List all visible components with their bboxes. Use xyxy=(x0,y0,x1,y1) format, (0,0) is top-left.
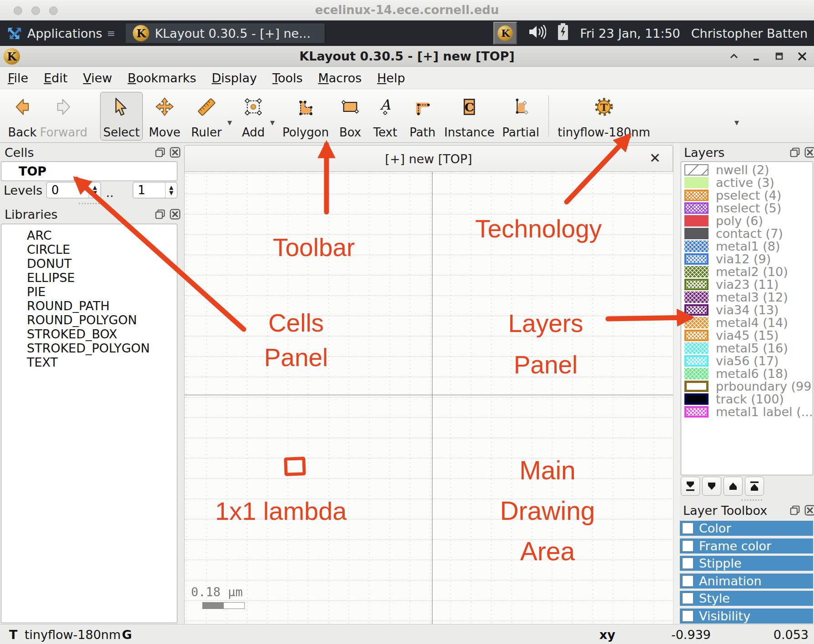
library-item-arc[interactable]: ARC xyxy=(27,229,177,242)
layer-swatch-icon[interactable] xyxy=(684,381,708,392)
toolbar-button-partial[interactable]: Partial xyxy=(497,92,544,141)
volume-icon[interactable] xyxy=(528,24,546,42)
float-panel-icon[interactable] xyxy=(789,147,800,158)
library-item-round_path[interactable]: ROUND_PATH xyxy=(27,299,177,313)
taskbar-user[interactable]: Christopher Batten xyxy=(691,26,808,40)
window-titlebar[interactable]: K KLayout 0.30.5 - [+] new [TOP] xyxy=(0,46,814,67)
layer-row[interactable]: metal5 (16) xyxy=(683,342,813,354)
library-item-ellipse[interactable]: ELLIPSE xyxy=(27,271,177,285)
layer-row[interactable]: via56 (17) xyxy=(683,354,813,367)
libraries-list[interactable]: ARCCIRCLEDONUTELLIPSEPIEROUND_PATHROUND_… xyxy=(1,224,177,623)
layer-swatch-icon[interactable] xyxy=(684,253,708,265)
toolbox-row-style[interactable]: Style xyxy=(680,591,813,606)
layer-row[interactable]: via23 (11) xyxy=(683,278,813,291)
shade-button[interactable] xyxy=(729,51,739,62)
close-panel-icon[interactable] xyxy=(170,147,181,158)
layers-list[interactable]: nwell (2)active (3)pselect (4)nselect (5… xyxy=(681,161,813,475)
maximize-button[interactable] xyxy=(774,51,785,62)
layer-swatch-icon[interactable] xyxy=(684,266,708,277)
layer-row[interactable]: nselect (5) xyxy=(683,201,813,214)
layer-row[interactable]: via12 (9) xyxy=(683,252,813,265)
minimize-circle-icon[interactable] xyxy=(31,6,40,15)
checkbox[interactable] xyxy=(682,540,693,552)
toolbar-button-add[interactable]: Add xyxy=(237,92,269,141)
layer-swatch-icon[interactable] xyxy=(684,202,708,214)
library-item-stroked_box[interactable]: STROKED_BOX xyxy=(27,327,177,341)
tab-close-icon[interactable]: ✕ xyxy=(649,150,661,166)
layer-row[interactable]: metal1 label (... xyxy=(683,405,813,418)
library-item-pie[interactable]: PIE xyxy=(27,285,177,299)
menu-file[interactable]: File xyxy=(0,68,36,88)
taskbar-clock[interactable]: Fri 23 Jan, 11:50 xyxy=(580,26,680,40)
float-panel-icon[interactable] xyxy=(155,209,166,220)
close-panel-icon[interactable] xyxy=(804,147,814,158)
toolbar-button-instance[interactable]: CInstance xyxy=(446,92,493,141)
toolbar-button-move[interactable]: Move xyxy=(146,92,183,141)
layer-row[interactable]: metal6 (18) xyxy=(683,367,813,380)
layer-row[interactable]: nwell (2) xyxy=(683,163,813,176)
checkbox[interactable] xyxy=(682,523,693,534)
levels-to-value[interactable]: 1 xyxy=(133,182,165,198)
toolbar-button-text[interactable]: AText xyxy=(371,92,399,141)
minimize-button[interactable] xyxy=(751,51,762,62)
splitter-grip[interactable] xyxy=(79,203,100,204)
layer-swatch-icon[interactable] xyxy=(684,241,708,252)
layer-row[interactable]: metal3 (12) xyxy=(683,291,813,303)
layer-swatch-icon[interactable] xyxy=(684,342,708,354)
library-item-text[interactable]: TEXT xyxy=(27,356,177,369)
layer-swatch-icon[interactable] xyxy=(684,368,708,379)
close-circle-icon[interactable] xyxy=(14,6,22,15)
tray-klayout-icon[interactable]: K xyxy=(493,22,517,45)
applications-menu[interactable]: Applications ≡ xyxy=(0,20,122,46)
cell-item-top[interactable]: TOP xyxy=(19,164,46,178)
layer-swatch-icon[interactable] xyxy=(684,330,708,341)
spinner-arrows-icon[interactable]: ▲▼ xyxy=(89,182,100,198)
cells-tree[interactable]: TOP xyxy=(1,161,177,181)
checkbox[interactable] xyxy=(682,593,693,604)
spinner-arrows-icon[interactable]: ▲▼ xyxy=(165,182,177,198)
menu-help[interactable]: Help xyxy=(369,68,413,88)
taskbar-window-button[interactable]: K KLayout 0.30.5 - [+] ne... xyxy=(125,23,325,44)
layer-swatch-icon[interactable] xyxy=(684,164,708,176)
layer-row[interactable]: metal2 (10) xyxy=(683,265,813,278)
float-panel-icon[interactable] xyxy=(789,505,800,516)
toolbar-button-polygon[interactable]: Polygon xyxy=(283,92,328,141)
layer-row[interactable]: contact (7) xyxy=(683,227,813,240)
layer-row[interactable]: metal4 (14) xyxy=(683,316,813,329)
layer-swatch-icon[interactable] xyxy=(684,304,708,316)
menu-edit[interactable]: Edit xyxy=(36,68,75,88)
toolbar-button-path[interactable]: Path xyxy=(404,92,441,141)
splitter-grip[interactable] xyxy=(741,499,762,501)
layer-swatch-icon[interactable] xyxy=(684,215,708,226)
layer-swatch-icon[interactable] xyxy=(684,393,708,405)
library-item-circle[interactable]: CIRCLE xyxy=(27,243,177,257)
toolbar-button-back[interactable]: Back xyxy=(4,92,41,141)
move-layer-top-button[interactable] xyxy=(745,477,764,496)
layer-swatch-icon[interactable] xyxy=(684,190,708,201)
layer-row[interactable]: pselect (4) xyxy=(683,189,813,201)
checkbox[interactable] xyxy=(682,610,693,622)
layer-swatch-icon[interactable] xyxy=(684,279,708,290)
layout-tab[interactable]: [+] new [TOP] ✕ xyxy=(184,145,673,172)
menu-display[interactable]: Display xyxy=(204,68,265,88)
library-item-donut[interactable]: DONUT xyxy=(27,257,177,271)
toolbar-button-forward[interactable]: Forward xyxy=(41,92,86,141)
levels-from-value[interactable]: 0 xyxy=(47,182,89,198)
levels-from-spinbox[interactable]: 0 ▲▼ xyxy=(46,182,101,198)
library-item-stroked_polygon[interactable]: STROKED_POLYGON xyxy=(27,342,177,355)
technology-dropdown-caret-icon[interactable]: ▾ xyxy=(734,105,742,128)
layer-swatch-icon[interactable] xyxy=(684,292,708,303)
layer-row[interactable]: prboundary (99) xyxy=(683,380,813,392)
move-layer-down-button[interactable] xyxy=(702,477,721,496)
layer-row[interactable]: metal1 (8) xyxy=(683,240,813,252)
layer-swatch-icon[interactable] xyxy=(684,355,708,367)
float-panel-icon[interactable] xyxy=(155,147,166,158)
toolbox-row-visibility[interactable]: Visibility xyxy=(680,609,813,624)
menu-tools[interactable]: Tools xyxy=(265,68,311,88)
toolbox-row-animation[interactable]: Animation xyxy=(680,574,813,589)
menu-view[interactable]: View xyxy=(75,68,120,88)
levels-to-spinbox[interactable]: 1 ▲▼ xyxy=(133,182,177,198)
toolbox-row-frame-color[interactable]: Frame color xyxy=(680,538,813,553)
toolbar-button-tinyflow-180nm[interactable]: Ttinyflow-180nm xyxy=(561,92,647,141)
close-button[interactable] xyxy=(797,51,808,62)
